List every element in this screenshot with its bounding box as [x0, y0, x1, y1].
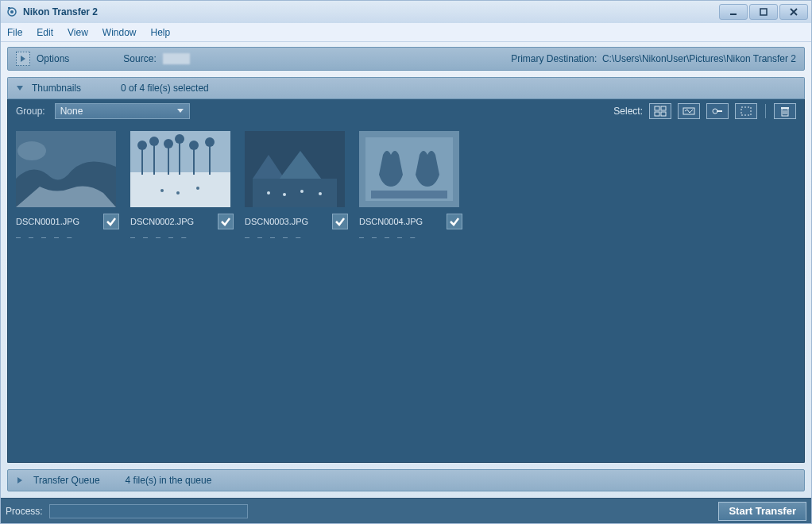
thumbnail-image: [16, 131, 116, 207]
thumbnail-grid: DSCN0001.JPG — — — — —: [7, 123, 805, 463]
tool-separator: [765, 104, 766, 118]
svg-point-42: [319, 192, 322, 195]
group-bar: Group: None Select:: [7, 99, 805, 123]
svg-rect-11: [717, 110, 722, 112]
options-expand-button[interactable]: [16, 52, 30, 66]
svg-point-32: [189, 141, 199, 150]
rating-placeholder: — — — — —: [130, 233, 234, 241]
progress-bar: [49, 504, 248, 518]
svg-point-34: [160, 189, 164, 192]
source-value: [163, 53, 190, 64]
thumbnail-checkbox[interactable]: [447, 214, 462, 229]
svg-rect-21: [130, 172, 230, 207]
transfer-queue-bar: Transfer Queue 4 file(s) in the queue: [7, 469, 805, 491]
group-dropdown-value: None: [60, 106, 83, 117]
app-window: Nikon Transfer 2 File Edit View Window H…: [0, 0, 812, 524]
svg-point-36: [196, 187, 199, 190]
queue-title: Transfer Queue: [33, 475, 100, 486]
select-marked-button[interactable]: [678, 103, 700, 119]
svg-point-30: [164, 139, 173, 148]
select-label: Select:: [613, 106, 643, 117]
source-label: Source:: [123, 53, 156, 64]
svg-point-1: [10, 10, 14, 13]
titlebar: Nikon Transfer 2: [1, 1, 811, 23]
svg-point-28: [137, 141, 147, 150]
svg-point-19: [17, 141, 46, 160]
svg-rect-7: [655, 112, 659, 116]
thumbnails-collapse-button[interactable]: [16, 84, 24, 92]
menu-view[interactable]: View: [68, 27, 88, 38]
queue-expand-button[interactable]: [16, 476, 24, 484]
svg-point-31: [175, 134, 184, 144]
window-title: Nikon Transfer 2: [23, 6, 98, 17]
process-label: Process:: [6, 506, 43, 517]
queue-status: 4 file(s) in the queue: [126, 475, 212, 486]
select-tools: Select:: [613, 103, 796, 119]
options-label: Options: [37, 53, 69, 64]
thumbnails-panel: Thumbnails 0 of 4 file(s) selected Group…: [7, 77, 805, 463]
thumbnail-item[interactable]: DSCN0001.JPG — — — — —: [16, 131, 119, 241]
svg-point-40: [283, 193, 286, 196]
svg-rect-4: [760, 9, 767, 15]
destination-path: C:\Users\NikonUser\Pictures\Nikon Transf…: [602, 53, 796, 64]
destination-label: Primary Destination:: [511, 53, 597, 64]
group-label: Group:: [16, 106, 45, 117]
thumbnail-checkbox[interactable]: [103, 214, 119, 229]
svg-rect-14: [781, 107, 789, 109]
svg-rect-3: [730, 13, 737, 15]
thumbnail-item[interactable]: DSCN0002.JPG — — — — —: [130, 131, 234, 241]
rating-placeholder: — — — — —: [359, 233, 462, 241]
thumbnail-checkbox[interactable]: [218, 214, 234, 229]
destination-info: Primary Destination: C:\Users\NikonUser\…: [511, 53, 796, 64]
thumbnail-filename: DSCN0001.JPG: [16, 217, 79, 226]
thumbnail-image: [130, 131, 230, 207]
app-icon: [6, 6, 18, 18]
menu-window[interactable]: Window: [102, 27, 137, 38]
select-all-button[interactable]: [649, 103, 671, 119]
thumbnail-checkbox[interactable]: [332, 214, 348, 229]
thumbnail-filename: DSCN0002.JPG: [130, 217, 194, 226]
thumbnail-image: [245, 131, 345, 207]
menu-edit[interactable]: Edit: [37, 27, 53, 38]
thumbnail-filename: DSCN0004.JPG: [359, 217, 423, 226]
menubar: File Edit View Window Help: [1, 23, 811, 42]
thumbnail-item[interactable]: DSCN0003.JPG — — — — —: [245, 131, 348, 241]
chevron-down-icon: [176, 106, 184, 117]
thumbnails-header: Thumbnails 0 of 4 file(s) selected: [7, 77, 805, 99]
thumbnail-image: [359, 131, 459, 207]
svg-rect-5: [655, 106, 659, 110]
minimize-button[interactable]: [719, 4, 748, 20]
maximize-button[interactable]: [749, 4, 778, 20]
svg-point-33: [205, 137, 215, 147]
thumbnail-item[interactable]: DSCN0004.JPG — — — — —: [359, 131, 462, 241]
svg-rect-12: [741, 107, 751, 115]
svg-rect-8: [661, 112, 666, 116]
group-dropdown[interactable]: None: [55, 103, 190, 119]
content-area: Options Source: Primary Destination: C:\…: [1, 42, 811, 498]
start-transfer-label: Start Transfer: [729, 505, 796, 517]
close-button[interactable]: [779, 4, 808, 20]
start-transfer-button[interactable]: Start Transfer: [718, 502, 806, 521]
rating-placeholder: — — — — —: [16, 233, 119, 241]
menu-help[interactable]: Help: [151, 27, 171, 38]
svg-rect-6: [661, 106, 666, 110]
thumbnails-selection-status: 0 of 4 file(s) selected: [121, 83, 209, 94]
window-controls: [719, 4, 808, 20]
rating-placeholder: — — — — —: [245, 233, 348, 241]
svg-point-29: [149, 137, 159, 146]
svg-rect-38: [253, 179, 337, 207]
delete-button[interactable]: [774, 103, 796, 119]
svg-rect-2: [8, 7, 10, 9]
thumbnails-title: Thumbnails: [32, 83, 81, 94]
menu-file[interactable]: File: [7, 27, 22, 38]
thumbnail-filename: DSCN0003.JPG: [245, 217, 308, 226]
svg-point-39: [267, 191, 270, 195]
footer-bar: Process: Start Transfer: [1, 498, 811, 523]
select-none-button[interactable]: [735, 103, 757, 119]
svg-rect-45: [371, 191, 447, 198]
svg-point-35: [176, 191, 180, 195]
svg-point-41: [300, 190, 304, 193]
select-protected-button[interactable]: [706, 103, 729, 119]
options-bar: Options Source: Primary Destination: C:\…: [7, 47, 805, 71]
